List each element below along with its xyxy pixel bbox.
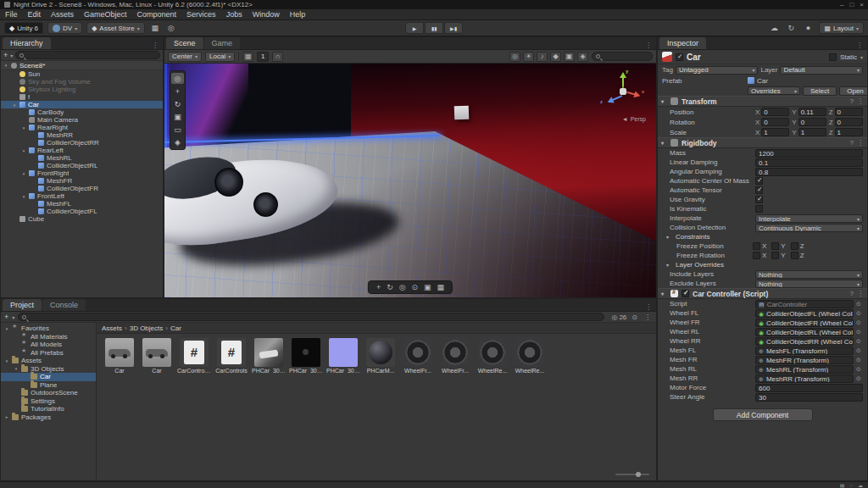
create-asset-button[interactable]: + xyxy=(4,313,8,321)
scene-search-input[interactable] xyxy=(592,52,653,61)
menu-item[interactable]: Component xyxy=(132,9,182,19)
scale-tool[interactable]: ▣ xyxy=(171,111,184,122)
freeze-y-checkbox[interactable] xyxy=(771,252,779,259)
x-field[interactable]: 0 xyxy=(761,118,789,126)
car-controller-component-header[interactable]: ▾ Car Controller (Script) ? ⋮ xyxy=(658,288,867,299)
search-everything-icon[interactable]: ◎ xyxy=(165,22,177,34)
tab-game[interactable]: Game xyxy=(204,37,241,49)
expand-arrow[interactable]: ▾ xyxy=(14,366,19,371)
car-object[interactable] xyxy=(164,138,410,283)
value-field[interactable]: ColliderObjectRL (Wheel Collider) xyxy=(755,328,854,336)
visibility-icon[interactable]: ◎ xyxy=(509,52,520,62)
gizmo-center-cube[interactable] xyxy=(620,88,626,95)
asset-thumbnail[interactable]: Car xyxy=(103,338,136,374)
zoom-tool-icon[interactable]: ⊙ xyxy=(412,283,419,291)
undo-history-icon[interactable]: ↻ xyxy=(785,22,797,34)
panel-menu-icon[interactable]: ⋮ xyxy=(852,42,867,49)
grid-snap-icon[interactable]: ▦ xyxy=(242,52,253,62)
freeze-z-checkbox[interactable] xyxy=(791,242,798,250)
object-picker-icon[interactable]: ⊙ xyxy=(856,329,863,336)
y-field[interactable]: 0 xyxy=(798,118,826,126)
grid-tool-icon[interactable]: ▦ xyxy=(437,283,445,291)
prefab-select-button[interactable]: Select xyxy=(803,86,837,96)
value-field[interactable]: 0.1 xyxy=(755,158,863,167)
project-menu-icon[interactable]: ⋮ xyxy=(643,313,653,321)
orbit-tool-icon[interactable]: ↻ xyxy=(387,283,393,291)
tag-dropdown[interactable]: Untagged xyxy=(676,66,759,75)
snap-magnet-icon[interactable]: ∩ xyxy=(272,52,283,62)
expand-arrow[interactable]: ▾ xyxy=(21,125,26,130)
value-field[interactable]: MeshFL (Transform) xyxy=(755,347,854,355)
project-tree-item[interactable]: TutorialInfo xyxy=(1,405,96,413)
foldout-arrow[interactable]: ▾ xyxy=(661,140,667,146)
breadcrumb-segment[interactable]: Assets xyxy=(102,324,122,332)
asset-thumbnail[interactable]: CarController xyxy=(177,338,211,374)
panel-menu-icon[interactable]: ⋮ xyxy=(147,42,163,49)
help-icon[interactable]: ? xyxy=(850,97,854,105)
chevron-down-icon[interactable] xyxy=(12,314,14,320)
tab-console[interactable]: Console xyxy=(42,299,86,311)
y-field[interactable]: 1 xyxy=(798,128,826,136)
value-dropdown[interactable]: Nothing xyxy=(755,280,863,288)
expand-arrow[interactable]: ▾ xyxy=(21,171,26,176)
unity-hub-button[interactable]: ◆ Unity 6 xyxy=(4,22,43,34)
notifications-bell-icon[interactable]: ● xyxy=(802,22,814,34)
object-picker-icon[interactable]: ⊙ xyxy=(856,347,863,354)
object-picker-icon[interactable]: ⊙ xyxy=(856,310,863,317)
value-field[interactable]: 1200 xyxy=(755,149,863,158)
static-checkbox[interactable] xyxy=(829,53,837,61)
slider-knob[interactable] xyxy=(636,472,641,477)
play-button[interactable]: ▶ xyxy=(405,22,424,34)
eye-tool-icon[interactable]: ◎ xyxy=(399,283,406,291)
foldout-arrow[interactable]: ▾ xyxy=(661,291,667,297)
hierarchy-item[interactable]: Skybox Lighting xyxy=(1,86,163,93)
help-icon[interactable]: ? xyxy=(850,290,854,297)
layer-overrides-foldout[interactable]: ▾ Layer Overrides xyxy=(658,260,867,269)
asset-thumbnail[interactable]: Car xyxy=(140,338,174,374)
minimize-button[interactable]: – xyxy=(840,1,843,8)
hierarchy-item[interactable]: ▾ RearRight xyxy=(1,124,163,131)
value-field[interactable]: MeshFR (Transform) xyxy=(755,356,854,364)
menu-item[interactable]: Edit xyxy=(23,9,47,19)
menu-item[interactable]: GameObject xyxy=(79,9,132,19)
object-picker-icon[interactable]: ⊙ xyxy=(856,338,863,345)
object-picker-icon[interactable]: ⊙ xyxy=(856,319,863,326)
hierarchy-item[interactable]: f xyxy=(1,93,163,101)
asset-thumbnail[interactable]: PHCar_3001... xyxy=(326,338,360,374)
camera-preview-icon[interactable]: ▣ xyxy=(564,52,575,62)
value-field[interactable] xyxy=(755,186,763,194)
lighting-icon[interactable]: ☀ xyxy=(523,52,534,62)
frame-tool-icon[interactable]: ▣ xyxy=(424,283,431,291)
menu-item[interactable]: Services xyxy=(181,9,221,19)
component-menu-icon[interactable]: ⋮ xyxy=(857,290,864,297)
active-checkbox[interactable] xyxy=(676,53,683,61)
breadcrumb-segment[interactable]: Car xyxy=(165,324,181,332)
value-field[interactable]: 600 xyxy=(755,384,863,392)
value-dropdown[interactable]: Nothing xyxy=(755,270,863,279)
cloud-icon[interactable]: ☁ xyxy=(768,22,780,34)
cloud-status-icon[interactable]: ☁ xyxy=(858,482,863,488)
project-tree-item[interactable]: Settings xyxy=(1,397,96,406)
freeze-z-checkbox[interactable] xyxy=(791,252,798,259)
gameobject-name[interactable]: Car xyxy=(687,53,701,62)
x-field[interactable]: 1 xyxy=(761,128,789,136)
value-field[interactable] xyxy=(755,196,763,203)
pause-button[interactable]: ▮▮ xyxy=(425,22,443,34)
hierarchy-item[interactable]: ColliderObjectFR xyxy=(1,185,163,192)
view-tool[interactable]: ◎ xyxy=(171,73,184,84)
step-button[interactable]: ▶▮ xyxy=(444,22,463,34)
cube-object[interactable] xyxy=(454,105,470,119)
thumbnail-zoom-slider[interactable] xyxy=(615,471,649,478)
scene-viewport[interactable]: ◎ + ↻ ▣ ▭ ◈ x y z xyxy=(164,64,656,297)
hidden-packages-badge[interactable]: ◎ 26 xyxy=(611,313,626,321)
freeze-y-checkbox[interactable] xyxy=(771,242,779,250)
move-tool[interactable]: + xyxy=(171,86,184,97)
panel-menu-icon[interactable]: ⋮ xyxy=(641,42,656,49)
value-field[interactable]: MeshRL (Transform) xyxy=(755,365,854,374)
scene-header-row[interactable]: ▾ Scene8* xyxy=(1,61,163,70)
grid-view-icon[interactable]: ▦ xyxy=(149,22,161,34)
object-picker-icon[interactable]: ⊙ xyxy=(856,375,863,382)
tab-project[interactable]: Project xyxy=(3,299,42,311)
project-search-input[interactable] xyxy=(18,313,604,321)
y-field[interactable]: 0.11 xyxy=(798,108,826,116)
